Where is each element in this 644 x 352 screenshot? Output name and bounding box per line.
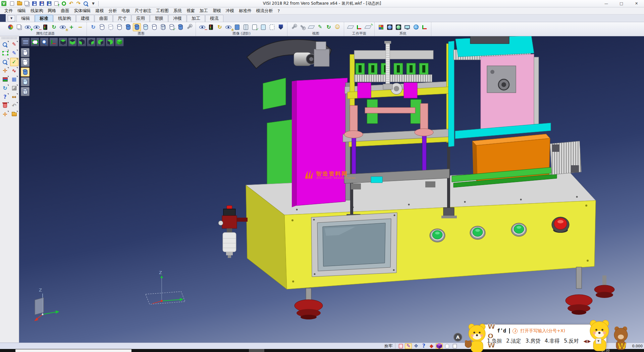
3d-viewport[interactable]: Z Z xyxy=(19,36,644,343)
panel-shaded-icon[interactable] xyxy=(233,23,241,31)
hide-all-icon[interactable]: − xyxy=(76,23,84,31)
view-front-icon[interactable] xyxy=(77,38,86,46)
menu-item[interactable]: ? xyxy=(275,8,282,14)
zoom-previous-icon[interactable] xyxy=(40,38,49,46)
ime-candidate[interactable]: 3.房贷 xyxy=(526,338,540,344)
menu-item[interactable]: 线架构 xyxy=(28,7,46,14)
dynamic-rotate-icon[interactable]: ◆ xyxy=(428,343,435,349)
view-left-icon[interactable] xyxy=(96,38,105,46)
network-icon[interactable] xyxy=(412,23,420,31)
adv-regen-icon[interactable]: ↻ xyxy=(216,23,224,31)
grid-view-icon[interactable]: ▦ xyxy=(10,75,18,84)
tab-5[interactable]: 尺寸 xyxy=(113,15,131,22)
panel-striped-icon[interactable] xyxy=(242,23,250,31)
regen-view-icon[interactable]: ↻ xyxy=(1,84,9,92)
view-bottom-icon[interactable] xyxy=(68,38,77,46)
tab-4[interactable]: 曲面 xyxy=(95,15,113,22)
ime-prev-icon[interactable]: ◀ xyxy=(583,339,587,344)
cyl-mesh-icon[interactable] xyxy=(159,23,167,31)
tab-7[interactable]: 塑膜 xyxy=(150,15,168,22)
menu-item[interactable]: 视窗 xyxy=(184,7,197,14)
menu-item[interactable]: 工程图 xyxy=(154,7,171,14)
view-iso-icon[interactable] xyxy=(115,38,124,46)
pin-label[interactable]: 拴牢 xyxy=(384,343,392,349)
print-preview-icon[interactable] xyxy=(60,1,67,7)
view-refresh-icon[interactable]: ↻ xyxy=(325,23,333,31)
confirm-icon[interactable]: ✓ xyxy=(10,58,18,66)
spline-edit-icon[interactable]: ∿ xyxy=(10,67,18,75)
find-icon[interactable] xyxy=(83,1,89,7)
cyl-shaded-icon[interactable] xyxy=(124,23,132,31)
cyl-wireframe-icon[interactable] xyxy=(98,23,106,31)
show-all-icon[interactable]: + xyxy=(67,23,75,31)
window-zoom-icon[interactable] xyxy=(1,49,9,57)
delete-entity-icon[interactable] xyxy=(1,101,9,110)
import-file-icon[interactable] xyxy=(23,1,30,7)
menu-item[interactable]: 分析 xyxy=(106,7,119,14)
view-plane-icon[interactable] xyxy=(307,23,315,31)
menu-item[interactable]: 文件 xyxy=(2,7,15,14)
new-file-icon[interactable] xyxy=(9,1,15,7)
select-wand-icon[interactable]: ✎ xyxy=(405,343,412,349)
undo-icon[interactable]: ↶ xyxy=(10,101,18,110)
axes-system-icon[interactable] xyxy=(421,23,429,31)
save-icon[interactable] xyxy=(31,1,38,7)
workplane-axes-icon[interactable] xyxy=(355,23,363,31)
sketch-edit-icon[interactable]: ✎ xyxy=(10,49,18,57)
tab-0[interactable]: 编辑 xyxy=(16,15,35,22)
zoom-scale-icon[interactable] xyxy=(1,58,9,66)
menu-item[interactable]: 模流分析 xyxy=(254,7,275,14)
ime-candidate[interactable]: 1.负担 xyxy=(487,338,502,344)
display-hidden-icon[interactable] xyxy=(21,58,30,67)
display-mesh-icon[interactable] xyxy=(21,87,30,96)
adv-toggle-icon[interactable] xyxy=(224,23,232,31)
regen-graphics-icon[interactable]: ↻ xyxy=(89,23,97,31)
tab-3[interactable]: 建模 xyxy=(76,15,94,22)
ime-expand-button[interactable]: ▼ xyxy=(596,338,601,344)
undo-icon[interactable]: ↶ xyxy=(68,1,74,7)
view-tools-icon[interactable] xyxy=(290,23,298,31)
delete-sketch-icon[interactable]: ✎ xyxy=(10,40,18,49)
cyl-copy-icon[interactable] xyxy=(176,23,184,31)
clip-view-icon[interactable] xyxy=(198,23,206,31)
display-glass-icon[interactable] xyxy=(21,77,30,86)
menu-item[interactable]: 网格 xyxy=(46,7,59,14)
hide-remove-icon[interactable] xyxy=(33,23,41,31)
view-tools-alt-icon[interactable] xyxy=(299,23,307,31)
glove-icon[interactable] xyxy=(443,343,450,349)
menu-item[interactable]: 冲模 xyxy=(223,7,236,14)
view-back-icon[interactable] xyxy=(106,38,114,46)
system-colors-icon[interactable] xyxy=(377,23,385,31)
viewport-menu-icon[interactable] xyxy=(21,38,30,46)
cyl-flat-icon[interactable] xyxy=(150,23,158,31)
shade-mode-icon[interactable] xyxy=(10,84,18,92)
ime-next-icon[interactable]: ▶ xyxy=(587,339,591,344)
render-sphere-icon[interactable] xyxy=(386,23,394,31)
minimize-button[interactable]: — xyxy=(599,0,614,7)
menu-item[interactable]: 尺寸标注 xyxy=(132,7,154,14)
context-help-icon[interactable]: ? xyxy=(1,93,9,101)
graphics-settings-icon[interactable] xyxy=(185,23,193,31)
menu-item[interactable]: 塑模 xyxy=(210,7,223,14)
redo-icon[interactable]: ↷ xyxy=(75,1,82,7)
ime-candidate[interactable]: 5.反对 xyxy=(564,338,579,344)
attr-copy-icon[interactable] xyxy=(15,23,23,31)
view-render-icon[interactable]: ☺ xyxy=(333,23,341,31)
filter-traffic-icon[interactable] xyxy=(41,23,49,31)
zoom-window-icon[interactable] xyxy=(31,38,39,46)
view-top-icon[interactable] xyxy=(59,38,67,46)
dock-grip-handle[interactable] xyxy=(2,37,17,39)
menu-item[interactable]: 编辑 xyxy=(15,7,28,14)
cyl-outline-icon[interactable] xyxy=(115,23,123,31)
status-help-icon[interactable]: ? xyxy=(420,343,427,349)
workplane-edit-icon[interactable] xyxy=(364,23,372,31)
move-gizmo-icon[interactable]: ✛ xyxy=(1,67,9,75)
tab-9[interactable]: 加工 xyxy=(187,15,205,22)
tab-1[interactable]: 标准 xyxy=(35,15,53,22)
sheet-icon[interactable] xyxy=(451,343,458,349)
view-search-icon[interactable] xyxy=(1,40,9,49)
material-shield-icon[interactable] xyxy=(277,23,285,31)
insert-image-icon[interactable] xyxy=(10,110,18,119)
save-all-icon[interactable] xyxy=(46,1,52,7)
attr-paint-icon[interactable] xyxy=(6,23,14,31)
